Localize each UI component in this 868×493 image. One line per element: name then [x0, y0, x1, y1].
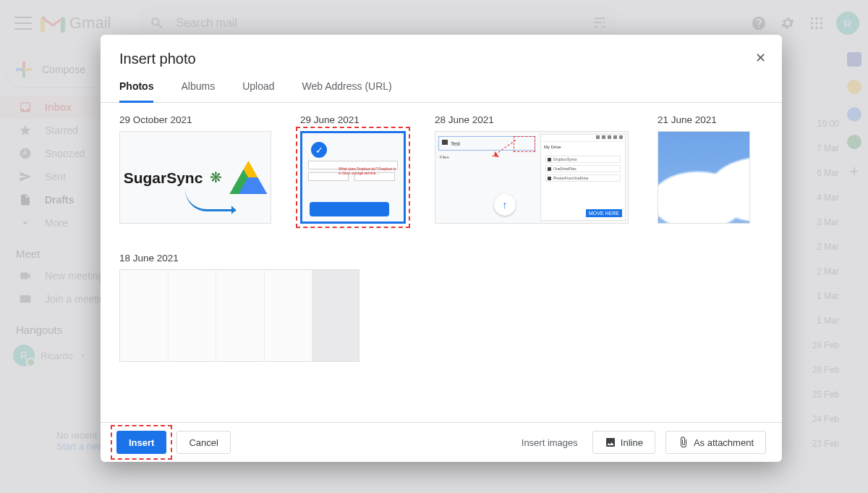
attachment-icon	[678, 437, 689, 448]
photo-thumbnail-drive[interactable]: Test Files ↑	[435, 131, 629, 224]
insert-images-label: Insert images	[522, 437, 578, 448]
selected-check-icon: ✓	[311, 142, 327, 158]
inline-button[interactable]: Inline	[592, 431, 655, 454]
thumb-red-text: What does Dropbox do? Dropbox is a cloud…	[339, 167, 398, 176]
thumb-drive-item: OneDriveFiles	[545, 165, 621, 172]
tab-albums[interactable]: Albums	[181, 80, 215, 102]
dialog-footer: Insert Cancel Insert images Inline As at…	[101, 422, 782, 462]
tab-upload[interactable]: Upload	[242, 80, 274, 102]
photo-group: 18 June 2021	[119, 253, 763, 362]
arrow-icon	[185, 190, 236, 211]
cancel-button[interactable]: Cancel	[176, 431, 230, 454]
photo-thumbnail-wide[interactable]	[119, 269, 359, 362]
toolbar-icon	[619, 135, 623, 139]
thumb-files-label: Files	[440, 155, 449, 159]
insert-button[interactable]: Insert	[116, 431, 166, 454]
toolbar-icon	[596, 135, 600, 139]
photo-thumbnail-sugarsync[interactable]: SugarSync ❋	[119, 131, 271, 224]
as-attachment-button[interactable]: As attachment	[665, 431, 766, 454]
thumb-mydrive-label: My Drive	[544, 145, 561, 149]
hummingbird-icon: ❋	[210, 169, 222, 186]
group-date: 29 October 2021	[119, 114, 271, 125]
toolbar-icon	[602, 135, 605, 139]
photo-group: 28 June 2021 Test Files ↑	[435, 114, 629, 224]
group-date: 29 June 2021	[300, 114, 406, 125]
thumb-drive-item: DropboxSyncs	[545, 156, 621, 163]
thumb-blue-button	[310, 202, 389, 216]
toolbar-icon	[608, 135, 611, 139]
group-date: 21 June 2021	[658, 114, 750, 125]
inline-label: Inline	[621, 437, 643, 448]
tab-web-address[interactable]: Web Address (URL)	[302, 80, 392, 102]
upload-circle-icon: ↑	[494, 194, 516, 216]
photo-group: 21 June 2021	[658, 114, 750, 224]
image-icon	[605, 437, 616, 448]
photos-grid: 29 October 2021 SugarSync ❋ 29 June 2021…	[101, 103, 782, 422]
as-attachment-label: As attachment	[694, 437, 754, 448]
move-here-badge: MOVE HERE	[586, 209, 622, 217]
dialog-close-button[interactable]: ✕	[750, 48, 770, 68]
dialog-title: Insert photo	[119, 51, 763, 67]
thumb-folder-name: Test	[451, 141, 460, 146]
photo-group: 29 October 2021 SugarSync ❋	[119, 114, 271, 224]
sugarsync-text: SugarSync	[124, 170, 203, 185]
thumb-drive-item: PhotosFromOneDrive	[545, 174, 621, 182]
toolbar-icon	[613, 135, 617, 139]
group-date: 28 June 2021	[435, 114, 629, 125]
photo-group: 29 June 2021 ✓ What does Dropbox do? Dro…	[300, 114, 406, 224]
dialog-tabs: Photos Albums Upload Web Address (URL)	[101, 67, 782, 103]
insert-photo-dialog: Insert photo ✕ Photos Albums Upload Web …	[101, 35, 782, 462]
tab-photos[interactable]: Photos	[119, 80, 153, 103]
group-date: 18 June 2021	[119, 253, 763, 264]
folder-icon	[442, 140, 448, 145]
thumb-red-arrow	[492, 156, 521, 185]
photo-thumbnail-selected[interactable]: ✓ What does Dropbox do? Dropbox is a clo…	[300, 131, 406, 224]
photo-thumbnail-clouds[interactable]	[658, 131, 750, 224]
